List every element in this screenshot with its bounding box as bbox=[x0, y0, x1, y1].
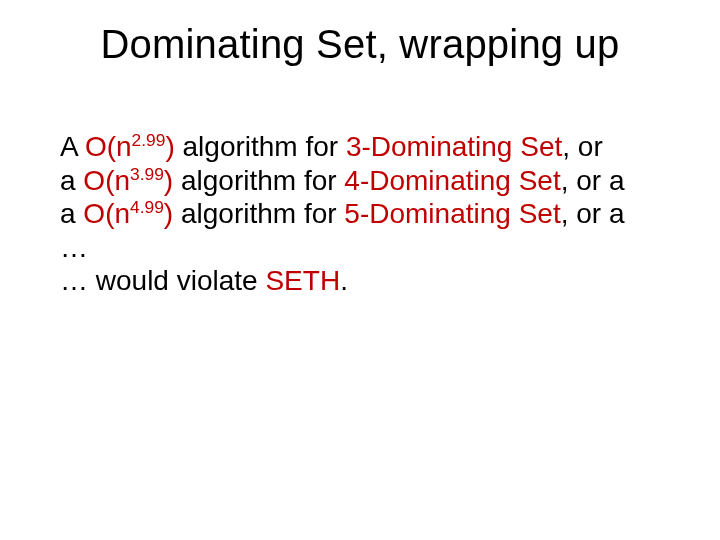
big-o-open: O(n bbox=[83, 165, 130, 196]
exponent: 4.99 bbox=[130, 197, 164, 217]
bullet-line-1: A O(n2.99) algorithm for 3-Dominating Se… bbox=[60, 130, 660, 164]
text: algorithm for bbox=[173, 198, 344, 229]
slide-title: Dominating Set, wrapping up bbox=[0, 22, 720, 67]
problem-name: 4-Dominating Set bbox=[344, 165, 560, 196]
slide-body: A O(n2.99) algorithm for 3-Dominating Se… bbox=[60, 130, 660, 298]
big-o-open: O(n bbox=[83, 198, 130, 229]
bullet-line-2: a O(n3.99) algorithm for 4-Dominating Se… bbox=[60, 164, 660, 198]
bullet-line-3: a O(n4.99) algorithm for 5-Dominating Se… bbox=[60, 197, 660, 264]
slide: Dominating Set, wrapping up A O(n2.99) a… bbox=[0, 0, 720, 540]
problem-name: 5-Dominating Set bbox=[344, 198, 560, 229]
big-o-close: ) bbox=[165, 131, 174, 162]
text: A bbox=[60, 131, 85, 162]
algorithm-complexity: O(n2.99) bbox=[85, 131, 175, 162]
text: a bbox=[60, 165, 83, 196]
text: algorithm for bbox=[173, 165, 344, 196]
algorithm-complexity: O(n4.99) bbox=[83, 198, 173, 229]
text: a bbox=[60, 198, 83, 229]
algorithm-complexity: O(n3.99) bbox=[83, 165, 173, 196]
problem-name: 3-Dominating Set bbox=[346, 131, 562, 162]
big-o-close: ) bbox=[164, 198, 173, 229]
text: algorithm for bbox=[175, 131, 346, 162]
big-o-close: ) bbox=[164, 165, 173, 196]
text: … would violate bbox=[60, 265, 265, 296]
text: . bbox=[340, 265, 348, 296]
text: , or bbox=[562, 131, 602, 162]
seth-term: SETH bbox=[265, 265, 340, 296]
exponent: 2.99 bbox=[132, 130, 166, 150]
bullet-line-4: … would violate SETH. bbox=[60, 264, 660, 298]
text: , or a bbox=[561, 165, 625, 196]
exponent: 3.99 bbox=[130, 163, 164, 183]
big-o-open: O(n bbox=[85, 131, 132, 162]
